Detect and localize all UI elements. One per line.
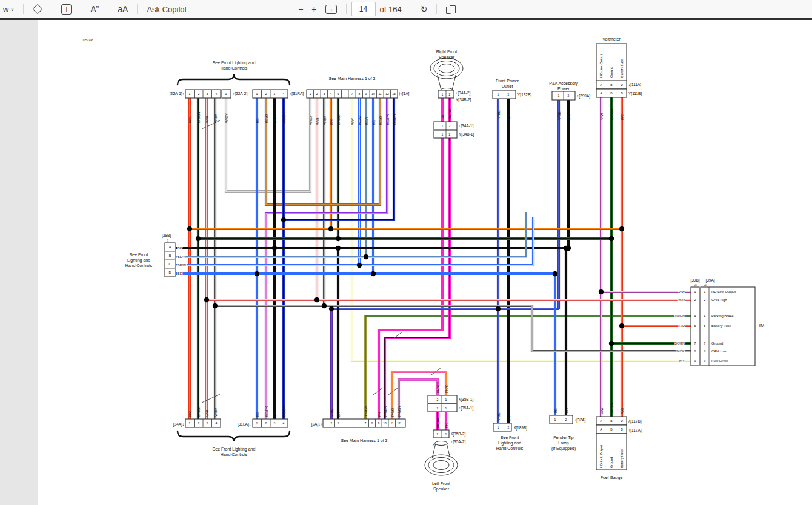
fuel-gauge-block: HD-Link OutputGroundBattery Fuse bbox=[596, 434, 627, 470]
rotate-button[interactable]: ↻ bbox=[416, 1, 432, 17]
brace bbox=[178, 74, 290, 85]
svg-text:Hand Controls: Hand Controls bbox=[125, 263, 153, 268]
svg-text:1: 1 bbox=[442, 124, 444, 128]
draw-tool-label: w bbox=[3, 5, 8, 14]
svg-text:B: B bbox=[169, 254, 171, 257]
svg-text:BE/BK: BE/BK bbox=[393, 114, 396, 125]
draw-tool-button[interactable]: w ∨ bbox=[0, 1, 18, 17]
svg-text:↑[35A-2]: ↑[35A-2] bbox=[451, 440, 465, 444]
svg-text:W/Y: W/Y bbox=[679, 359, 685, 363]
svg-text:4: 4 bbox=[283, 421, 285, 425]
svg-text:Battery Fuse: Battery Fuse bbox=[711, 324, 731, 328]
svg-text:4: 4 bbox=[694, 314, 696, 318]
zoom-in-button[interactable]: + bbox=[307, 1, 321, 17]
svg-text:8: 8 bbox=[359, 92, 361, 96]
connector-34A-2: 12 bbox=[438, 90, 454, 98]
svg-text:V/BE: V/BE bbox=[557, 111, 561, 120]
svg-text:1053395: 1053395 bbox=[82, 39, 93, 42]
svg-text:W/BK: W/BK bbox=[214, 114, 218, 123]
junction-dot bbox=[364, 254, 368, 259]
svg-text:BK/GN: BK/GN bbox=[674, 342, 685, 345]
svg-text:5: 5 bbox=[704, 324, 706, 328]
junction-dot bbox=[187, 226, 192, 231]
svg-text:Ground: Ground bbox=[610, 457, 613, 468]
svg-text:Hand Controls: Hand Controls bbox=[221, 66, 248, 70]
chevron-down-icon: ∨ bbox=[10, 7, 14, 12]
svg-text:BK/GN: BK/GN bbox=[197, 405, 201, 417]
svg-text:Hand Controls: Hand Controls bbox=[221, 452, 248, 457]
svg-text:7: 7 bbox=[365, 421, 367, 425]
svg-text:Battery Fuse: Battery Fuse bbox=[620, 59, 624, 78]
toolbar-separator bbox=[81, 4, 81, 14]
svg-text:HD-Link Output: HD-Link Output bbox=[599, 445, 603, 468]
svg-text:2: 2 bbox=[265, 421, 267, 425]
translate-button[interactable]: aA bbox=[113, 1, 132, 17]
svg-text:See Front: See Front bbox=[501, 435, 519, 440]
connector-35B-1: 21 bbox=[428, 395, 457, 403]
svg-text:3: 3 bbox=[274, 421, 276, 425]
fit-to-width-button[interactable]: ↔ bbox=[321, 1, 341, 17]
connector-1A: 1234578910111213 bbox=[307, 90, 398, 98]
connector-35B-2: 21 bbox=[433, 430, 449, 438]
svg-text:BK: BK bbox=[565, 408, 568, 413]
svg-text:Parking Brake: Parking Brake bbox=[711, 314, 733, 318]
svg-text:8: 8 bbox=[371, 421, 373, 425]
svg-text:Hand Controls: Hand Controls bbox=[496, 446, 524, 451]
svg-text:1: 1 bbox=[225, 92, 227, 96]
svg-text:1: 1 bbox=[704, 290, 706, 294]
svg-text:BK: BK bbox=[507, 416, 511, 421]
page-number-input[interactable] bbox=[351, 2, 376, 16]
eraser-button[interactable] bbox=[28, 1, 47, 17]
svg-text:See Front: See Front bbox=[130, 252, 148, 257]
junction-dot bbox=[619, 226, 624, 231]
twist-mark bbox=[202, 394, 220, 403]
add-text-button[interactable]: T bbox=[57, 1, 76, 17]
junction-dot bbox=[272, 246, 277, 251]
svg-text:CAN High: CAN High bbox=[711, 298, 727, 302]
svg-text:BK/GN: BK/GN bbox=[610, 108, 614, 120]
junction-dot bbox=[322, 303, 327, 308]
svg-text:PK/BK: PK/BK bbox=[436, 417, 440, 428]
svg-text:1: 1 bbox=[498, 93, 499, 96]
svg-text:BK/GN: BK/GN bbox=[337, 113, 341, 125]
zoom-out-button[interactable]: − bbox=[294, 1, 307, 17]
pdf-toolbar: w ∨ T A” aA Ask Copilot − + ↔ of 164 ↻ bbox=[0, 0, 812, 18]
svg-text:2: 2 bbox=[694, 298, 696, 302]
svg-text:5: 5 bbox=[694, 324, 696, 328]
svg-text:D: D bbox=[621, 83, 623, 87]
eraser-icon bbox=[33, 4, 43, 15]
svg-text:Battery Fuse: Battery Fuse bbox=[620, 449, 624, 468]
svg-text:BE: BE bbox=[256, 118, 259, 123]
svg-text:2: 2 bbox=[437, 406, 439, 410]
svg-text:1: 1 bbox=[442, 93, 444, 96]
junction-dot bbox=[609, 236, 614, 241]
ask-copilot-button[interactable]: Ask Copilot bbox=[142, 1, 191, 17]
svg-text:1: 1 bbox=[256, 421, 258, 425]
wiring-diagram: ++12341123412345789101112131234123423789… bbox=[0, 0, 812, 505]
junction-dot bbox=[496, 306, 501, 311]
svg-text:Lamp: Lamp bbox=[558, 441, 569, 446]
rotate-icon: ↻ bbox=[421, 4, 428, 14]
svg-text:W/Y: W/Y bbox=[351, 118, 354, 125]
speaker-drawing: + bbox=[425, 441, 458, 476]
text-icon: T bbox=[61, 4, 72, 15]
svg-text:V/W: V/W bbox=[600, 407, 604, 414]
svg-text:BE/O: BE/O bbox=[265, 114, 268, 123]
svg-text:PK/GY: PK/GY bbox=[436, 382, 440, 393]
svg-text:W/BK: W/BK bbox=[323, 116, 327, 125]
svg-text:↓[111A]: ↓[111A] bbox=[628, 82, 641, 87]
connector-32A: 12 bbox=[550, 415, 573, 424]
svg-text:C: C bbox=[169, 262, 171, 266]
toolbar-shadow bbox=[0, 18, 812, 20]
junction-dot bbox=[281, 217, 286, 222]
svg-text:BE/Y: BE/Y bbox=[365, 116, 368, 125]
svg-text:BK: BK bbox=[178, 246, 182, 250]
connector-34A-1: 12 bbox=[434, 122, 457, 130]
svg-text:BK: BK bbox=[507, 114, 511, 119]
svg-text:4: 4 bbox=[330, 92, 332, 96]
page-view-button[interactable] bbox=[442, 1, 459, 17]
svg-text:V/BE: V/BE bbox=[330, 408, 334, 417]
read-aloud-button[interactable]: A” bbox=[86, 1, 103, 17]
svg-text:D: D bbox=[169, 271, 171, 274]
svg-text:11: 11 bbox=[378, 92, 381, 96]
